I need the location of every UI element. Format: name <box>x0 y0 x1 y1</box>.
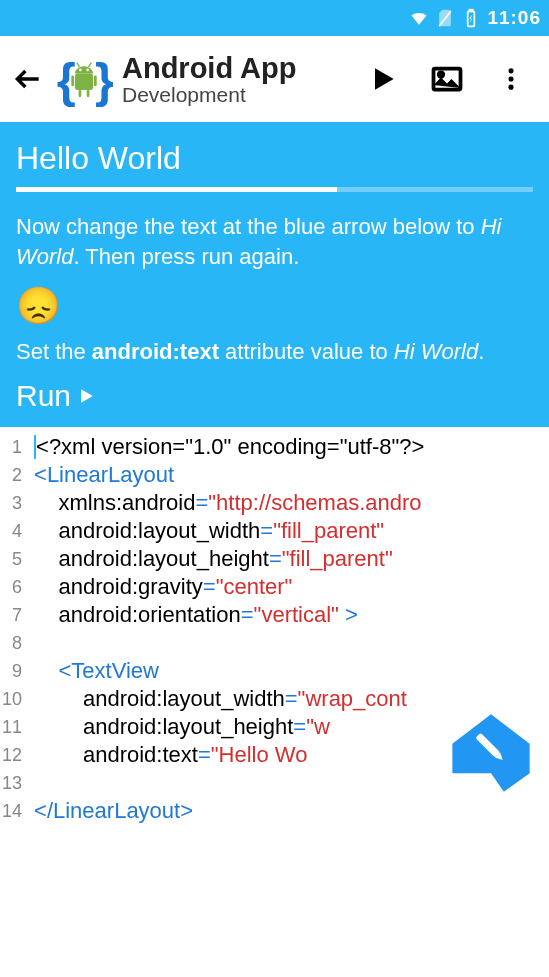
svg-point-16 <box>508 76 513 81</box>
battery-charging-icon <box>461 8 481 28</box>
image-icon-button[interactable] <box>425 57 469 101</box>
app-bar: { } Android App Development <box>0 36 549 122</box>
sim-icon <box>435 8 455 28</box>
progress-bar <box>16 187 533 192</box>
svg-point-17 <box>508 85 513 90</box>
svg-point-15 <box>508 68 513 73</box>
back-button[interactable] <box>10 61 46 97</box>
run-button[interactable]: Run <box>16 379 97 413</box>
more-menu-button[interactable] <box>489 57 533 101</box>
line-gutter: 1234567891011121314 <box>0 427 28 825</box>
app-subtitle: Development <box>122 83 347 107</box>
wifi-icon <box>409 8 429 28</box>
status-bar: 11:06 <box>0 0 549 36</box>
svg-rect-4 <box>75 74 93 90</box>
svg-point-6 <box>86 69 89 72</box>
hint-text: Set the android:text attribute value to … <box>16 339 533 365</box>
svg-rect-1 <box>470 10 473 12</box>
run-icon-button[interactable] <box>361 57 405 101</box>
edit-fab[interactable] <box>445 707 537 799</box>
svg-rect-9 <box>79 90 82 97</box>
svg-rect-8 <box>94 75 97 86</box>
play-icon <box>77 386 97 406</box>
svg-rect-7 <box>71 75 74 86</box>
lesson-title: Hello World <box>16 140 533 177</box>
svg-text:}: } <box>95 53 113 107</box>
code-content[interactable]: <?xml version="1.0" encoding="utf-8"?><L… <box>28 427 424 825</box>
svg-point-5 <box>79 69 82 72</box>
sad-face-icon: 😞 <box>16 285 533 327</box>
status-time: 11:06 <box>487 7 541 29</box>
instruction-text: Now change the text at the blue arrow be… <box>16 212 533 271</box>
instruction-panel: Hello World Now change the text at the b… <box>0 122 549 427</box>
app-title: Android App <box>122 52 347 85</box>
svg-point-14 <box>439 72 444 77</box>
svg-line-11 <box>77 63 80 68</box>
app-titles: Android App Development <box>122 52 347 107</box>
svg-line-12 <box>89 63 92 68</box>
app-logo: { } <box>54 49 114 109</box>
svg-rect-10 <box>87 90 90 97</box>
